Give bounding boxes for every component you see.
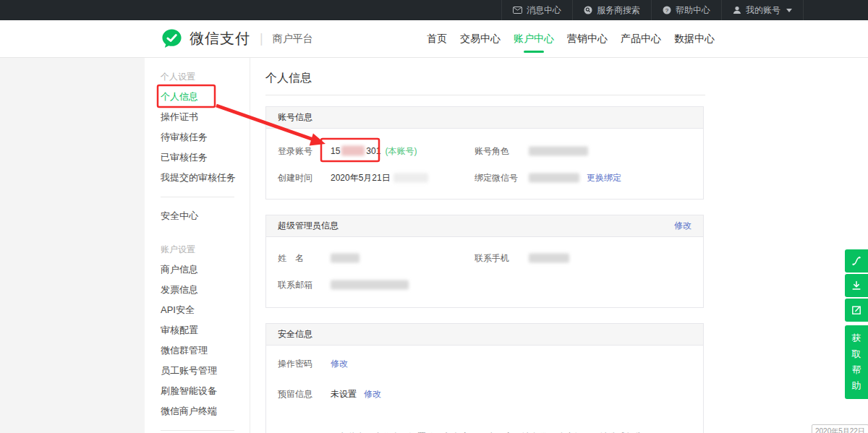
- account-info-title: 账号信息: [278, 107, 312, 128]
- feedback-button[interactable]: [845, 299, 868, 322]
- user-icon: [733, 6, 741, 14]
- site-header: 微信支付 | 商户平台 首页 交易中心 账户中心 营销中心 产品中心 数据中心: [0, 20, 868, 58]
- reserved-info-label: 预留信息: [278, 388, 312, 400]
- sidebar-item-operation-certificate[interactable]: 操作证书: [145, 107, 250, 127]
- created-time-value: 2020年5月21日: [331, 171, 428, 184]
- super-admin-title: 超级管理员信息: [278, 215, 339, 236]
- svg-text:?: ?: [665, 7, 669, 14]
- my-account-menu[interactable]: 我的账号: [721, 0, 804, 20]
- sidebar-item-security-center[interactable]: 安全中心: [145, 206, 250, 226]
- tab-transaction-center[interactable]: 交易中心: [460, 20, 501, 58]
- contact-phone-value: [529, 253, 569, 262]
- help-center-button[interactable]: ? 帮助中心: [651, 0, 721, 20]
- title-divider: [265, 95, 705, 95]
- admin-name-row: 姓 名 联系手机: [266, 244, 703, 271]
- edit-icon: [851, 304, 862, 316]
- modify-password-link[interactable]: 修改: [331, 358, 348, 370]
- sidebar-header-personal-settings: 个人设置: [145, 69, 250, 84]
- account-role-value: [529, 146, 588, 155]
- contact-email-value: [331, 280, 409, 289]
- brand-separator: |: [260, 31, 263, 46]
- tab-data-center[interactable]: 数据中心: [674, 20, 715, 58]
- redacted-phone: [529, 253, 569, 262]
- account-info-card-header: 账号信息: [266, 107, 703, 129]
- modify-reserved-info-link[interactable]: 修改: [364, 388, 381, 400]
- date-tooltip: 2020年5月22日: [812, 424, 868, 433]
- login-account-row: 登录账号 15301 (本账号) 账号角色: [266, 137, 703, 164]
- question-circle-icon: ?: [663, 6, 671, 14]
- download-button[interactable]: [845, 274, 868, 297]
- contact-phone-label: 联系手机: [475, 252, 509, 264]
- redacted-account-role: [529, 146, 588, 155]
- admin-email-row: 联系邮箱: [266, 271, 703, 298]
- main-content: 个人信息 账号信息 登录账号 15301 (本账号) 账号角色 创建时间: [250, 58, 868, 433]
- wechat-pay-logo[interactable]: 微信支付 | 商户平台: [161, 27, 313, 50]
- operation-password-label: 操作密码: [278, 358, 312, 370]
- search-circle-icon: [584, 6, 592, 14]
- login-account-label: 登录账号: [278, 145, 312, 157]
- page-title: 个人信息: [265, 71, 312, 86]
- top-utility-bar: 消息中心 服务商搜索 ? 帮助中心 我的账号: [0, 0, 868, 20]
- sidebar-divider: [161, 197, 234, 197]
- redacted-created-time: [393, 173, 428, 182]
- sidebar-header-account-settings: 账户设置: [145, 242, 250, 257]
- operation-password-row: 操作密码 修改: [266, 353, 703, 374]
- quick-link-button[interactable]: [845, 249, 868, 273]
- sidebar-item-pending-review-tasks[interactable]: 待审核任务: [145, 127, 250, 147]
- super-admin-card-header: 超级管理员信息 修改: [266, 215, 703, 237]
- change-binding-link[interactable]: 更换绑定: [587, 171, 621, 184]
- sidebar-item-api-security[interactable]: API安全: [145, 300, 250, 320]
- created-time-row: 创建时间 2020年5月21日 绑定微信号 更换绑定: [266, 164, 703, 191]
- service-provider-search-button[interactable]: 服务商搜索: [572, 0, 651, 20]
- tab-account-center[interactable]: 账户中心: [514, 20, 554, 58]
- sidebar-item-reviewed-tasks[interactable]: 已审核任务: [145, 147, 250, 168]
- sidebar-item-staff-account-management[interactable]: 员工账号管理: [145, 361, 250, 381]
- top-utility-items: 消息中心 服务商搜索 ? 帮助中心 我的账号: [501, 0, 804, 20]
- my-account-label: 我的账号: [746, 4, 780, 17]
- tab-product-center[interactable]: 产品中心: [621, 20, 661, 58]
- wechat-pay-merchant-page: 消息中心 服务商搜索 ? 帮助中心 我的账号 微信支付: [0, 0, 868, 433]
- download-icon: [851, 280, 862, 291]
- sidebar-item-personal-info[interactable]: 个人信息: [145, 87, 250, 107]
- sidebar-item-wechat-group-management[interactable]: 微信群管理: [145, 340, 250, 361]
- chevron-down-icon: [786, 9, 792, 12]
- security-info-title: 安全信息: [278, 324, 312, 345]
- security-info-card: 安全信息 操作密码 修改 预留信息 未设置 修改 预留信息是由你自己设置的一段文…: [265, 323, 704, 433]
- contact-email-label: 联系邮箱: [278, 278, 312, 291]
- reserved-info-value: 未设置: [331, 388, 357, 400]
- account-info-card: 账号信息 登录账号 15301 (本账号) 账号角色 创建时间 2020年5月2…: [265, 106, 704, 200]
- get-help-button[interactable]: 获取帮助: [845, 325, 868, 399]
- left-gutter: [0, 58, 145, 433]
- floating-help-panel: 获取帮助: [845, 249, 868, 399]
- sidebar-item-wechat-merchant-terminal[interactable]: 微信商户终端: [145, 401, 250, 421]
- sidebar-item-invoice-info[interactable]: 发票信息: [145, 280, 250, 300]
- modify-admin-link[interactable]: 修改: [674, 215, 692, 236]
- message-center-button[interactable]: 消息中心: [501, 0, 572, 20]
- created-time-label: 创建时间: [278, 171, 312, 184]
- name-value: [331, 253, 359, 262]
- security-info-card-header: 安全信息: [266, 324, 703, 346]
- sidebar-divider: [161, 430, 234, 431]
- service-provider-search-label: 服务商搜索: [597, 4, 640, 17]
- sidebar: 个人设置 个人信息 操作证书 待审核任务 已审核任务 我提交的审核任务 安全中心…: [145, 58, 250, 433]
- message-center-label: 消息中心: [527, 4, 561, 17]
- main-nav: 首页 交易中心 账户中心 营销中心 产品中心 数据中心: [427, 20, 715, 58]
- redacted-wechat-id: [529, 173, 579, 182]
- sidebar-item-my-submitted-review-tasks[interactable]: 我提交的审核任务: [145, 168, 250, 188]
- get-help-label: 获取帮助: [851, 330, 861, 394]
- redacted-name: [331, 253, 359, 262]
- brand-title: 微信支付: [190, 29, 250, 48]
- wechat-pay-bubble-icon: [161, 27, 183, 50]
- help-center-label: 帮助中心: [676, 4, 710, 17]
- sidebar-item-review-config[interactable]: 审核配置: [145, 320, 250, 340]
- mail-icon: [513, 7, 522, 14]
- tab-marketing-center[interactable]: 营销中心: [567, 20, 608, 58]
- login-account-value: 15301 (本账号): [331, 145, 417, 157]
- tab-home[interactable]: 首页: [427, 20, 447, 58]
- redacted-email: [331, 280, 409, 289]
- sidebar-item-merchant-info[interactable]: 商户信息: [145, 260, 250, 280]
- name-label: 姓 名: [278, 252, 304, 264]
- sidebar-item-face-smart-device[interactable]: 刷脸智能设备: [145, 381, 250, 401]
- current-account-tag: (本账号): [385, 145, 417, 157]
- account-role-label: 账号角色: [475, 145, 509, 157]
